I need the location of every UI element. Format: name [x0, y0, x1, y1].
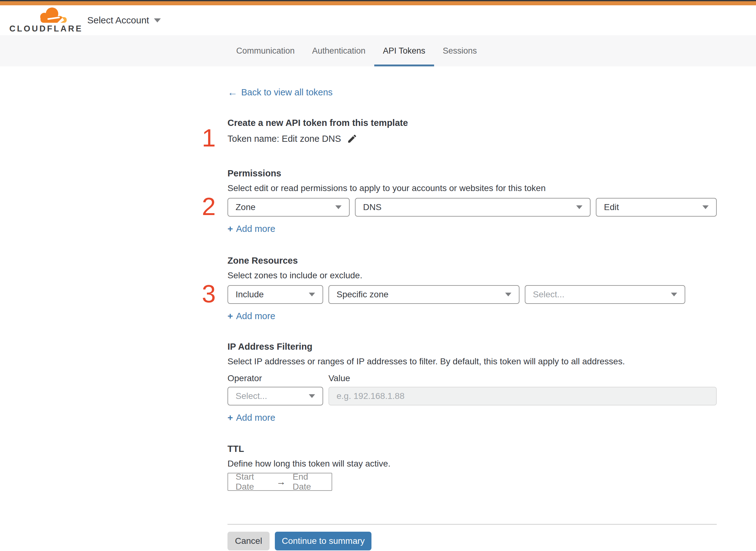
header: CLOUDFLARE Select Account: [0, 5, 756, 35]
permissions-row: 2 Zone DNS Edit: [227, 198, 717, 216]
chevron-down-icon: [671, 293, 677, 297]
footer-actions: Cancel Continue to summary: [227, 532, 717, 550]
permission-scope-select[interactable]: Zone: [227, 198, 349, 216]
tab-api-tokens[interactable]: API Tokens: [374, 35, 434, 66]
step-number-1: 1: [199, 126, 218, 150]
account-selector[interactable]: Select Account: [87, 15, 161, 26]
chevron-down-icon: [309, 394, 315, 398]
back-link-label: Back to view all tokens: [241, 87, 332, 97]
back-to-tokens-link[interactable]: ← Back to view all tokens: [227, 87, 332, 97]
zone-type-select[interactable]: Specific zone: [328, 285, 520, 304]
tab-communication[interactable]: Communication: [227, 35, 303, 66]
plus-icon: +: [227, 223, 233, 234]
zone-resources-heading: Zone Resources: [227, 255, 717, 266]
permissions-description: Select edit or read permissions to apply…: [227, 183, 717, 193]
plus-icon: +: [227, 311, 233, 321]
plus-icon: +: [227, 412, 233, 423]
ip-filtering-heading: IP Address Filtering: [227, 341, 717, 352]
cancel-button[interactable]: Cancel: [227, 532, 269, 550]
brand-accent-bar: [0, 1, 756, 5]
permissions-heading: Permissions: [227, 168, 717, 178]
step-number-3: 3: [199, 282, 218, 307]
ttl-description: Define how long this token will stay act…: [227, 458, 717, 469]
chevron-down-icon: [505, 293, 511, 297]
logo-wordmark: CLOUDFLARE: [9, 24, 83, 34]
tab-bar: Communication Authentication API Tokens …: [0, 35, 756, 66]
zone-resources-add-more-link[interactable]: + Add more: [227, 311, 275, 321]
permission-access-select[interactable]: Edit: [596, 198, 717, 216]
ip-value-input[interactable]: [328, 387, 717, 406]
chevron-down-icon: [154, 18, 161, 22]
right-arrow-icon: →: [276, 477, 286, 487]
main-content: ← Back to view all tokens Create a new A…: [227, 66, 717, 550]
continue-to-summary-button[interactable]: Continue to summary: [275, 532, 371, 550]
chevron-down-icon: [335, 205, 341, 209]
zone-picker-select[interactable]: Select...: [525, 285, 685, 304]
operator-label: Operator: [227, 373, 328, 384]
chevron-down-icon: [576, 205, 583, 209]
chevron-down-icon: [309, 293, 315, 297]
ttl-date-range-picker[interactable]: Start Date → End Date: [227, 473, 332, 491]
end-date-placeholder: End Date: [292, 472, 324, 492]
token-name-row: 1 Token name: Edit zone DNS: [227, 132, 717, 145]
ip-operator-select[interactable]: Select...: [227, 387, 323, 406]
create-token-heading: Create a new API token from this templat…: [227, 117, 717, 128]
tab-authentication[interactable]: Authentication: [303, 35, 374, 66]
cloudflare-cloud-icon: [38, 7, 68, 23]
edit-token-name-icon[interactable]: [346, 133, 358, 144]
zone-resources-description: Select zones to include or exclude.: [227, 270, 717, 281]
ip-filtering-field-labels: Operator Value: [227, 373, 717, 384]
footer-divider: [227, 524, 717, 525]
zone-mode-select[interactable]: Include: [227, 285, 323, 304]
account-selector-label: Select Account: [87, 15, 149, 26]
permission-resource-select[interactable]: DNS: [355, 198, 591, 216]
ttl-heading: TTL: [227, 444, 717, 454]
back-arrow-icon: ←: [227, 87, 237, 97]
start-date-placeholder: Start Date: [235, 472, 269, 492]
cloudflare-logo[interactable]: CLOUDFLARE: [9, 7, 69, 34]
ip-filtering-description: Select IP addresses or ranges of IP addr…: [227, 356, 717, 367]
token-name-label: Token name: Edit zone DNS: [227, 134, 341, 144]
chevron-down-icon: [702, 205, 709, 209]
step-number-2: 2: [199, 194, 218, 219]
ip-filtering-row: Select...: [227, 387, 717, 406]
zone-resources-row: 3 Include Specific zone Select...: [227, 285, 717, 304]
value-label: Value: [328, 373, 350, 384]
ip-filtering-add-more-link[interactable]: + Add more: [227, 412, 275, 423]
tab-sessions[interactable]: Sessions: [434, 35, 486, 66]
permissions-add-more-link[interactable]: + Add more: [227, 223, 275, 234]
